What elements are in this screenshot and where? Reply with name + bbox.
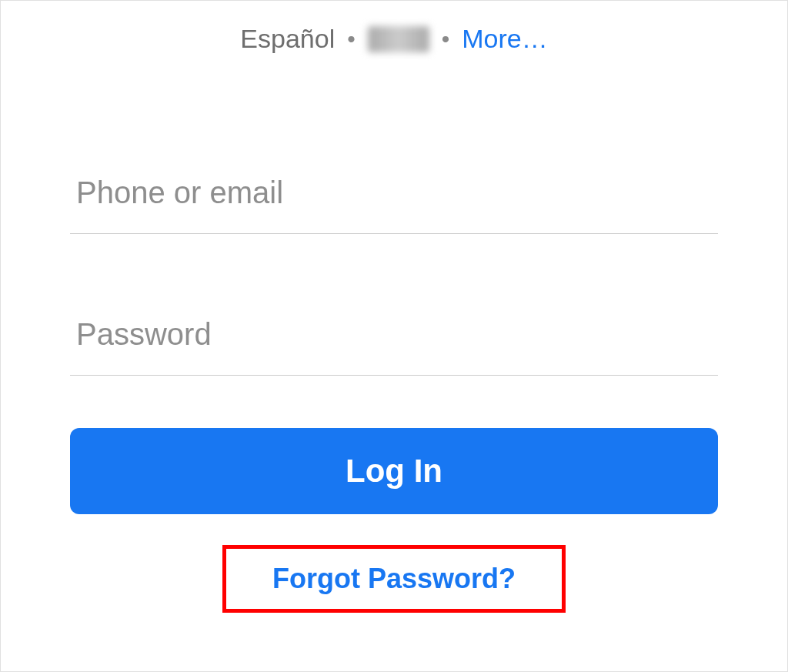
login-button[interactable]: Log In: [70, 428, 718, 514]
forgot-password-highlight-box: Forgot Password?: [222, 545, 566, 613]
language-option-espanol[interactable]: Español: [240, 24, 335, 54]
language-more-link[interactable]: More…: [462, 24, 547, 54]
language-selector-bar: Español • • More…: [70, 24, 718, 54]
forgot-password-link[interactable]: Forgot Password?: [272, 563, 516, 594]
separator-dot: •: [442, 26, 450, 52]
login-screen: Español • • More… Log In Forgot Password…: [0, 0, 788, 672]
password-input[interactable]: [70, 303, 718, 376]
separator-dot: •: [347, 26, 356, 52]
language-option-blurred[interactable]: [368, 26, 429, 52]
identifier-input[interactable]: [70, 162, 718, 234]
forgot-password-wrapper: Forgot Password?: [70, 545, 718, 613]
